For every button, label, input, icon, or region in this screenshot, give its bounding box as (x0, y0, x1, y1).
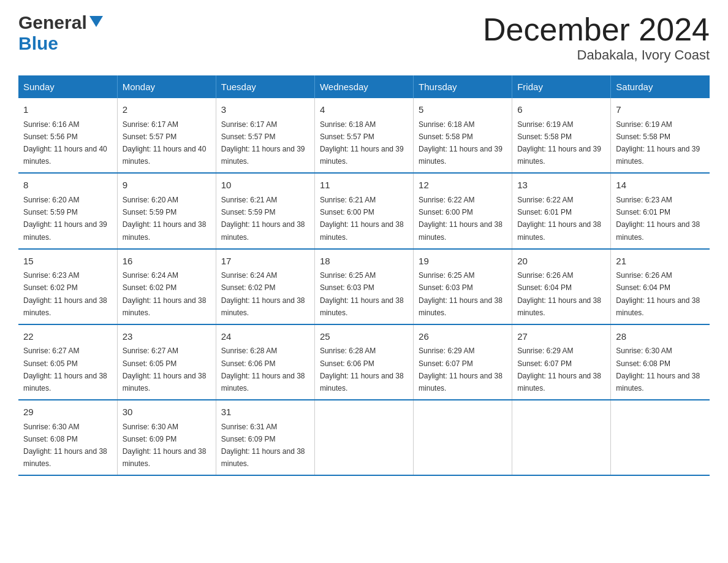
day-info: Sunrise: 6:16 AMSunset: 5:56 PMDaylight:… (23, 120, 107, 166)
header-tuesday: Tuesday (216, 75, 314, 98)
day-number: 2 (123, 103, 211, 117)
page-header: General Blue December 2024 Dabakala, Ivo… (18, 12, 710, 63)
calendar-cell: 26 Sunrise: 6:29 AMSunset: 6:07 PMDaylig… (414, 324, 512, 400)
calendar-cell: 30 Sunrise: 6:30 AMSunset: 6:09 PMDaylig… (117, 400, 216, 475)
day-info: Sunrise: 6:18 AMSunset: 5:57 PMDaylight:… (320, 120, 404, 166)
calendar-cell: 23 Sunrise: 6:27 AMSunset: 6:05 PMDaylig… (117, 324, 216, 400)
calendar-cell: 17 Sunrise: 6:24 AMSunset: 6:02 PMDaylig… (216, 249, 314, 324)
day-info: Sunrise: 6:23 AMSunset: 6:02 PMDaylight:… (23, 271, 107, 317)
calendar-week-2: 8 Sunrise: 6:20 AMSunset: 5:59 PMDayligh… (18, 173, 710, 248)
day-info: Sunrise: 6:18 AMSunset: 5:58 PMDaylight:… (419, 120, 502, 166)
day-number: 8 (23, 178, 112, 193)
calendar-cell: 20 Sunrise: 6:26 AMSunset: 6:04 PMDaylig… (512, 249, 611, 324)
calendar-cell: 1 Sunrise: 6:16 AMSunset: 5:56 PMDayligh… (18, 98, 117, 173)
calendar-cell: 25 Sunrise: 6:28 AMSunset: 6:06 PMDaylig… (314, 324, 413, 400)
day-number: 4 (320, 103, 408, 117)
day-number: 11 (320, 178, 408, 193)
day-info: Sunrise: 6:29 AMSunset: 6:07 PMDaylight:… (419, 347, 502, 393)
day-number: 16 (123, 255, 211, 269)
day-info: Sunrise: 6:21 AMSunset: 6:00 PMDaylight:… (320, 196, 404, 242)
calendar-cell: 3 Sunrise: 6:17 AMSunset: 5:57 PMDayligh… (216, 98, 314, 173)
calendar-cell (611, 400, 710, 475)
logo-blue-text: Blue (18, 33, 58, 53)
day-info: Sunrise: 6:19 AMSunset: 5:58 PMDaylight:… (517, 120, 601, 166)
calendar-cell: 5 Sunrise: 6:18 AMSunset: 5:58 PMDayligh… (414, 98, 512, 173)
day-number: 21 (616, 255, 705, 269)
day-number: 23 (123, 330, 211, 344)
day-number: 7 (616, 103, 705, 117)
calendar-week-1: 1 Sunrise: 6:16 AMSunset: 5:56 PMDayligh… (18, 98, 710, 173)
day-number: 24 (221, 330, 309, 344)
calendar-cell: 2 Sunrise: 6:17 AMSunset: 5:57 PMDayligh… (117, 98, 216, 173)
calendar-cell: 13 Sunrise: 6:22 AMSunset: 6:01 PMDaylig… (512, 173, 611, 248)
day-number: 3 (221, 103, 309, 117)
day-info: Sunrise: 6:29 AMSunset: 6:07 PMDaylight:… (517, 347, 601, 393)
day-info: Sunrise: 6:20 AMSunset: 5:59 PMDaylight:… (23, 196, 107, 242)
logo-general-text: General (18, 12, 87, 33)
calendar-cell: 9 Sunrise: 6:20 AMSunset: 5:59 PMDayligh… (117, 173, 216, 248)
calendar-cell (314, 400, 413, 475)
day-info: Sunrise: 6:27 AMSunset: 6:05 PMDaylight:… (123, 347, 207, 393)
svg-marker-0 (89, 16, 103, 27)
calendar-cell: 8 Sunrise: 6:20 AMSunset: 5:59 PMDayligh… (18, 173, 117, 248)
day-info: Sunrise: 6:26 AMSunset: 6:04 PMDaylight:… (616, 271, 700, 317)
calendar-cell: 18 Sunrise: 6:25 AMSunset: 6:03 PMDaylig… (314, 249, 413, 324)
calendar-header-row: SundayMondayTuesdayWednesdayThursdayFrid… (18, 75, 710, 98)
header-monday: Monday (117, 75, 216, 98)
day-number: 30 (123, 405, 211, 419)
day-number: 28 (616, 330, 705, 344)
calendar-cell: 11 Sunrise: 6:21 AMSunset: 6:00 PMDaylig… (314, 173, 413, 248)
day-number: 27 (517, 330, 605, 344)
day-info: Sunrise: 6:27 AMSunset: 6:05 PMDaylight:… (23, 347, 107, 393)
calendar-cell: 12 Sunrise: 6:22 AMSunset: 6:00 PMDaylig… (414, 173, 512, 248)
day-info: Sunrise: 6:26 AMSunset: 6:04 PMDaylight:… (517, 271, 601, 317)
day-info: Sunrise: 6:30 AMSunset: 6:08 PMDaylight:… (23, 423, 107, 469)
calendar-week-5: 29 Sunrise: 6:30 AMSunset: 6:08 PMDaylig… (18, 400, 710, 475)
header-saturday: Saturday (611, 75, 710, 98)
calendar-cell: 4 Sunrise: 6:18 AMSunset: 5:57 PMDayligh… (314, 98, 413, 173)
day-info: Sunrise: 6:25 AMSunset: 6:03 PMDaylight:… (320, 271, 404, 317)
day-info: Sunrise: 6:28 AMSunset: 6:06 PMDaylight:… (221, 347, 305, 393)
calendar-cell: 10 Sunrise: 6:21 AMSunset: 5:59 PMDaylig… (216, 173, 314, 248)
day-number: 14 (616, 178, 705, 193)
calendar-cell (512, 400, 611, 475)
day-info: Sunrise: 6:24 AMSunset: 6:02 PMDaylight:… (123, 271, 207, 317)
day-info: Sunrise: 6:30 AMSunset: 6:09 PMDaylight:… (123, 423, 207, 469)
calendar-cell: 19 Sunrise: 6:25 AMSunset: 6:03 PMDaylig… (414, 249, 512, 324)
day-number: 15 (23, 255, 112, 269)
day-info: Sunrise: 6:25 AMSunset: 6:03 PMDaylight:… (419, 271, 502, 317)
day-info: Sunrise: 6:31 AMSunset: 6:09 PMDaylight:… (221, 423, 305, 469)
calendar-cell: 7 Sunrise: 6:19 AMSunset: 5:58 PMDayligh… (611, 98, 710, 173)
day-info: Sunrise: 6:17 AMSunset: 5:57 PMDaylight:… (221, 120, 305, 166)
day-number: 19 (419, 255, 507, 269)
logo-arrow-icon (89, 16, 103, 29)
calendar-cell: 22 Sunrise: 6:27 AMSunset: 6:05 PMDaylig… (18, 324, 117, 400)
header-thursday: Thursday (414, 75, 512, 98)
calendar-cell: 27 Sunrise: 6:29 AMSunset: 6:07 PMDaylig… (512, 324, 611, 400)
day-number: 5 (419, 103, 507, 117)
day-info: Sunrise: 6:19 AMSunset: 5:58 PMDaylight:… (616, 120, 700, 166)
page-title: December 2024 (483, 12, 710, 47)
calendar-cell: 28 Sunrise: 6:30 AMSunset: 6:08 PMDaylig… (611, 324, 710, 400)
title-block: December 2024 Dabakala, Ivory Coast (483, 12, 710, 63)
day-info: Sunrise: 6:20 AMSunset: 5:59 PMDaylight:… (123, 196, 207, 242)
day-info: Sunrise: 6:22 AMSunset: 6:01 PMDaylight:… (517, 196, 601, 242)
day-number: 6 (517, 103, 605, 117)
calendar-cell: 16 Sunrise: 6:24 AMSunset: 6:02 PMDaylig… (117, 249, 216, 324)
day-info: Sunrise: 6:17 AMSunset: 5:57 PMDaylight:… (123, 120, 207, 166)
day-number: 25 (320, 330, 408, 344)
day-number: 1 (23, 103, 112, 117)
day-number: 18 (320, 255, 408, 269)
calendar-cell: 15 Sunrise: 6:23 AMSunset: 6:02 PMDaylig… (18, 249, 117, 324)
day-number: 17 (221, 255, 309, 269)
day-info: Sunrise: 6:28 AMSunset: 6:06 PMDaylight:… (320, 347, 404, 393)
day-number: 26 (419, 330, 507, 344)
logo: General Blue (18, 12, 103, 54)
day-number: 9 (123, 178, 211, 193)
day-number: 20 (517, 255, 605, 269)
calendar-cell: 31 Sunrise: 6:31 AMSunset: 6:09 PMDaylig… (216, 400, 314, 475)
calendar-week-4: 22 Sunrise: 6:27 AMSunset: 6:05 PMDaylig… (18, 324, 710, 400)
calendar-cell: 29 Sunrise: 6:30 AMSunset: 6:08 PMDaylig… (18, 400, 117, 475)
calendar-cell (414, 400, 512, 475)
day-number: 31 (221, 405, 309, 419)
